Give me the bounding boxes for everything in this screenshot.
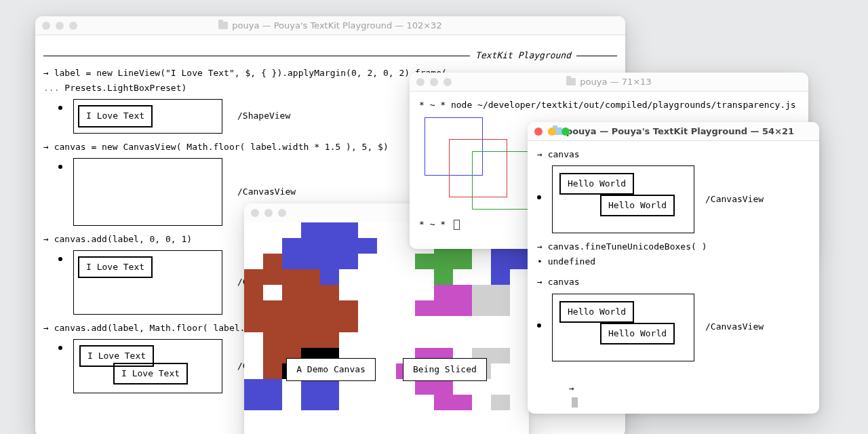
label-box: I Love Text	[78, 105, 153, 127]
command-line: * ~ * node ~/developer/textkit/out/compi…	[419, 98, 799, 112]
terminal-window-active: pouya — Pouya's TextKit Playground — 54×…	[528, 122, 819, 414]
window-title: pouya — Pouya's TextKit Playground — 54×…	[528, 126, 819, 136]
traffic-lights	[251, 209, 286, 217]
traffic-lights	[42, 22, 77, 30]
demo-labels: A Demo Canvas Being Sliced	[244, 358, 529, 381]
bullet-icon	[58, 106, 62, 110]
canvas-frame: Hello World Hello World	[552, 165, 694, 233]
close-icon[interactable]	[42, 22, 50, 30]
window-title: pouya — Pouya's TextKit Playground — 102…	[35, 20, 625, 31]
shapeview-frame: I Love Text	[73, 99, 222, 133]
window-title-label: pouya — 71×13	[580, 77, 651, 87]
bullet-icon	[58, 346, 62, 350]
repl-output: Hello World Hello World /CanvasView	[537, 165, 810, 233]
green-rect	[472, 151, 530, 210]
minimize-icon[interactable]	[264, 209, 273, 217]
canvas-frame: Hello World Hello World	[552, 294, 694, 361]
prompt-arrow-icon: →	[569, 383, 574, 393]
output-type-label: /CanvasView	[705, 193, 764, 206]
hello-box: Hello World	[559, 301, 634, 323]
cursor-icon	[572, 397, 578, 408]
zoom-icon[interactable]	[278, 209, 286, 217]
hello-box: Hello World	[559, 173, 634, 195]
minimize-icon[interactable]	[56, 22, 64, 30]
window-title: pouya — 71×13	[410, 77, 808, 87]
zoom-icon[interactable]	[69, 22, 77, 30]
titlebar[interactable]: pouya — Pouya's TextKit Playground — 102…	[35, 16, 625, 35]
titlebar[interactable]: pouya — Pouya's TextKit Playground — 54×…	[528, 122, 819, 141]
window-title-label: pouya — Pouya's TextKit Playground — 102…	[232, 20, 441, 31]
traffic-lights	[416, 78, 452, 86]
canvas-frame: I Love Text I Love Text	[73, 339, 222, 393]
terminal-body[interactable]: canvas Hello World Hello World /CanvasVi…	[528, 141, 819, 414]
close-icon[interactable]	[534, 127, 542, 136]
prompt-label: * ~ *	[419, 219, 446, 229]
canvas-frame: I Love Text	[73, 250, 222, 315]
repl-output: Hello World Hello World /CanvasView	[537, 294, 810, 361]
demo-label-right: Being Sliced	[403, 358, 487, 381]
traffic-lights	[534, 127, 570, 136]
folder-icon	[218, 22, 228, 29]
bullet-icon	[537, 323, 541, 328]
window-title-label: pouya — Pouya's TextKit Playground — 54×…	[566, 126, 794, 136]
bullet-icon	[58, 165, 62, 169]
titlebar[interactable]: pouya — 71×13	[410, 73, 808, 92]
hello-box: Hello World	[600, 195, 675, 216]
cursor-icon	[454, 220, 460, 230]
pixel-art-canvas	[244, 222, 529, 426]
terminal-body[interactable]: A Demo Canvas Being Sliced	[244, 222, 529, 426]
section-header: TextKit Playground	[43, 49, 617, 62]
repl-input: canvas.fineTuneUnicodeBoxes( )	[537, 240, 810, 254]
close-icon[interactable]	[251, 209, 259, 217]
minimize-icon[interactable]	[430, 78, 438, 86]
label-box: I Love Text	[78, 256, 153, 278]
output-type-label: /ShapeView	[237, 109, 290, 123]
bullet-icon	[537, 195, 541, 199]
close-icon[interactable]	[416, 78, 425, 86]
repl-input: canvas	[537, 275, 810, 289]
demo-label-left: A Demo Canvas	[286, 358, 376, 381]
zoom-icon[interactable]	[561, 127, 570, 136]
label-box: I Love Text	[113, 363, 188, 384]
section-title: TextKit Playground	[475, 49, 571, 62]
minimize-icon[interactable]	[548, 127, 556, 136]
hello-box: Hello World	[600, 323, 675, 344]
bullet-icon	[58, 257, 62, 261]
shell-prompt[interactable]: →	[537, 368, 810, 414]
output-type-label: /CanvasView	[705, 320, 764, 334]
repl-input: canvas	[537, 148, 810, 161]
canvas-frame	[73, 158, 222, 226]
output-type-label: /CanvasView	[237, 185, 296, 199]
repl-output-text: • undefined	[537, 255, 810, 269]
zoom-icon[interactable]	[443, 78, 452, 86]
folder-icon	[566, 78, 576, 85]
